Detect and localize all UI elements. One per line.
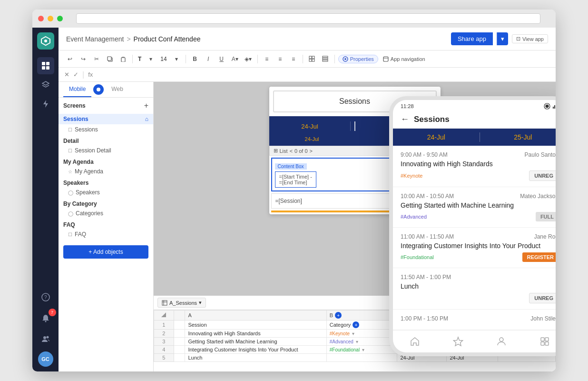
- sidebar-logo[interactable]: [37, 32, 54, 50]
- row-5-index: [174, 354, 185, 362]
- font-dropdown-button[interactable]: ▾: [145, 53, 157, 65]
- underline-button[interactable]: U: [216, 53, 227, 65]
- phone-session-meta-2: #Advanced FULL: [401, 212, 556, 221]
- svg-rect-25: [383, 57, 388, 61]
- align-right-button[interactable]: ≡: [288, 53, 299, 65]
- screen-item-faq[interactable]: ☐ FAQ: [59, 229, 153, 240]
- screen-item-speakers[interactable]: ◯ Speakers: [59, 187, 153, 198]
- screens-add-button[interactable]: +: [144, 101, 148, 110]
- my-agenda-label: My Agenda: [75, 168, 103, 175]
- col-b-add[interactable]: +: [335, 312, 342, 319]
- phone-tag-3[interactable]: #Foundational: [401, 254, 434, 260]
- grid-layout-button[interactable]: [306, 53, 318, 65]
- tab-mobile[interactable]: Mobile: [63, 82, 91, 97]
- grid-layout2-button[interactable]: [320, 53, 331, 65]
- row-4-session[interactable]: Integrating Customer Insights Into Your …: [185, 346, 326, 354]
- screen-group-sessions: Sessions ⌂ ☐ Sessions: [59, 114, 153, 135]
- bold-button[interactable]: B: [189, 53, 201, 65]
- sidebar-item-users[interactable]: [37, 331, 54, 348]
- italic-button[interactable]: I: [203, 53, 214, 65]
- screen-item-sessions-sub[interactable]: ☐ Sessions: [59, 124, 153, 135]
- row-5-session[interactable]: Lunch: [185, 354, 326, 362]
- copy-button[interactable]: [104, 53, 116, 65]
- properties-pill[interactable]: Properties: [338, 55, 378, 63]
- table-sheet-button[interactable]: A_Sessions ▾: [157, 298, 206, 308]
- nav-sub-date-1[interactable]: 24-Jul: [269, 136, 355, 142]
- scissors-button[interactable]: ✂: [91, 53, 102, 65]
- list-next[interactable]: >: [310, 148, 313, 154]
- svg-rect-3: [46, 62, 49, 65]
- phone-nav-home-icon[interactable]: [409, 335, 421, 348]
- fill-color-button[interactable]: ◈▾: [243, 53, 254, 65]
- category-group-label: By Category: [59, 199, 153, 208]
- content-box-label: Content Box: [275, 163, 307, 170]
- row-3-session[interactable]: Getting Started with Machine Learning: [185, 338, 326, 346]
- row-4-category[interactable]: #Foundational ▾: [326, 346, 397, 354]
- app-navigation-pill[interactable]: App navigation: [380, 55, 428, 63]
- sidebar-item-layers[interactable]: [37, 76, 54, 93]
- phone-status-bar: 11:28: [393, 100, 556, 110]
- redo-button[interactable]: ↪: [78, 53, 89, 65]
- text-color-button[interactable]: A▾: [229, 53, 241, 65]
- minimize-dot[interactable]: [48, 16, 53, 21]
- close-dot[interactable]: [38, 16, 44, 21]
- screen-group-speakers: Speakers ◯ Speakers: [59, 178, 153, 198]
- nav-date-1[interactable]: 24-Jul: [269, 123, 351, 130]
- sidebar-icons: ? 7: [32, 28, 59, 371]
- align-left-button[interactable]: ≡: [261, 53, 273, 65]
- row-3-category[interactable]: #Advanced ▾: [326, 338, 397, 346]
- svg-rect-15: [121, 58, 125, 62]
- row-2-session[interactable]: Innovating with High Standards: [185, 330, 326, 338]
- phone-tag-1[interactable]: #Keynote: [401, 173, 422, 179]
- breadcrumb-parent[interactable]: Event Management: [66, 35, 124, 43]
- undo-button[interactable]: ↩: [64, 53, 76, 65]
- view-app-button[interactable]: ⊡ View app: [512, 34, 548, 43]
- phone-register-btn-3[interactable]: REGISTER: [522, 252, 556, 262]
- detail-group-label: Detail: [59, 136, 153, 145]
- sidebar-item-help[interactable]: ?: [37, 289, 54, 306]
- phone-session-meta-4: UNREG: [401, 293, 556, 303]
- maximize-dot[interactable]: [57, 16, 63, 21]
- row-5-category[interactable]: [326, 354, 397, 362]
- share-app-button[interactable]: Share app: [451, 32, 493, 45]
- row-3-index: [174, 338, 185, 346]
- phone-unreg-btn-1[interactable]: UNREG: [529, 170, 556, 181]
- phone-date-tab-1[interactable]: 24-Jul: [393, 129, 480, 146]
- screen-item-categories[interactable]: ◯ Categories: [59, 208, 153, 219]
- svg-marker-7: [43, 100, 48, 108]
- svg-marker-34: [453, 337, 462, 346]
- list-prev[interactable]: <: [290, 148, 293, 154]
- row-1-category[interactable]: Category +: [326, 321, 397, 330]
- screen-item-sessions-header[interactable]: Sessions ⌂: [59, 114, 153, 124]
- svg-point-11: [43, 336, 46, 339]
- phone-back-button[interactable]: ←: [401, 114, 409, 124]
- phone-tag-2[interactable]: #Advanced: [401, 214, 427, 220]
- sidebar-item-bolt[interactable]: [37, 95, 54, 112]
- add-objects-button[interactable]: + Add objects: [63, 245, 148, 259]
- phone-unreg-btn-4[interactable]: UNREG: [529, 293, 556, 303]
- font-size-label: 14: [158, 56, 168, 62]
- sidebar-item-grid[interactable]: [37, 57, 54, 74]
- phone-session-title-4: Lunch: [401, 282, 556, 290]
- tab-web[interactable]: Web: [106, 82, 128, 97]
- sidebar-item-bell[interactable]: 7: [37, 310, 54, 327]
- font-size-dropdown-button[interactable]: ▾: [171, 53, 182, 65]
- phone-nav-star-icon[interactable]: [452, 335, 464, 348]
- phone-full-btn-2[interactable]: FULL: [536, 212, 556, 221]
- row-1-session[interactable]: Session: [185, 321, 326, 330]
- formula-confirm-button[interactable]: ✓: [73, 71, 78, 78]
- screen-item-agenda[interactable]: ☆ My Agenda: [59, 166, 153, 177]
- avatar[interactable]: GC: [38, 351, 53, 367]
- phone-nav-menu-icon[interactable]: [539, 335, 551, 348]
- share-app-dropdown-button[interactable]: ▾: [497, 32, 508, 45]
- align-center-button[interactable]: ≡: [274, 53, 286, 65]
- paste-button[interactable]: [118, 53, 129, 65]
- category-add[interactable]: +: [353, 321, 359, 328]
- phone-nav-person-icon[interactable]: [495, 335, 508, 348]
- row-2-category[interactable]: #Keynote ▾: [326, 330, 397, 338]
- address-bar[interactable]: [76, 13, 540, 24]
- phone-date-tab-2[interactable]: 25-Jul: [480, 129, 556, 146]
- screen-item-session-detail[interactable]: ☐ Session Detail: [59, 145, 153, 156]
- formula-cancel-button[interactable]: ✕: [64, 71, 69, 78]
- phone-preview-overlay: 11:28: [389, 96, 556, 356]
